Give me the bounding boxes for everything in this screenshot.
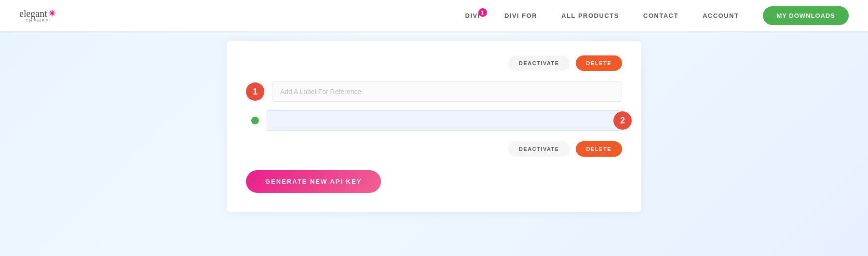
delete-button-top[interactable]: DELETE: [576, 55, 622, 71]
generate-row: GENERATE NEW API KEY: [246, 170, 622, 193]
delete-button-bottom[interactable]: DELETE: [576, 141, 622, 157]
step1-row: 1: [246, 81, 622, 102]
divi-badge: 1: [478, 8, 487, 17]
api-key-panel: DEACTIVATE DELETE 1 2 DEACTIVATE DELETE …: [227, 41, 641, 212]
nav-divi[interactable]: DIVI 1: [465, 12, 480, 19]
logo[interactable]: elegant themes: [19, 8, 56, 23]
logo-sub: themes: [26, 18, 50, 23]
step1-badge: 1: [246, 82, 264, 101]
api-key-input[interactable]: [267, 110, 622, 131]
deactivate-button-bottom[interactable]: DEACTIVATE: [508, 141, 570, 157]
status-dot: [251, 117, 259, 124]
nav-account[interactable]: ACCOUNT: [703, 12, 739, 19]
my-downloads-button[interactable]: MY DOWNLOADS: [763, 6, 849, 25]
step2-row: 2: [246, 110, 622, 131]
nav-all-products[interactable]: ALL PRODUCTS: [561, 12, 619, 19]
main-nav: DIVI 1 DIVI FOR ALL PRODUCTS CONTACT ACC…: [465, 6, 849, 25]
label-input[interactable]: [272, 81, 622, 102]
site-header: elegant themes DIVI 1 DIVI FOR: [0, 0, 868, 31]
generate-api-key-button[interactable]: GENERATE NEW API KEY: [246, 170, 381, 193]
nav-contact[interactable]: CONTACT: [643, 12, 678, 19]
step2-badge: 2: [613, 111, 632, 130]
deactivate-button-top[interactable]: DEACTIVATE: [508, 55, 570, 71]
logo-brand: elegant: [19, 8, 47, 19]
logo-star: [49, 10, 55, 18]
api-key-wrapper: 2: [267, 110, 622, 131]
page-body: DEACTIVATE DELETE 1 2 DEACTIVATE DELETE …: [0, 0, 868, 225]
top-action-row: DEACTIVATE DELETE: [246, 55, 622, 71]
nav-divi-for[interactable]: DIVI FOR: [504, 12, 537, 19]
bottom-action-row: DEACTIVATE DELETE: [246, 141, 622, 157]
